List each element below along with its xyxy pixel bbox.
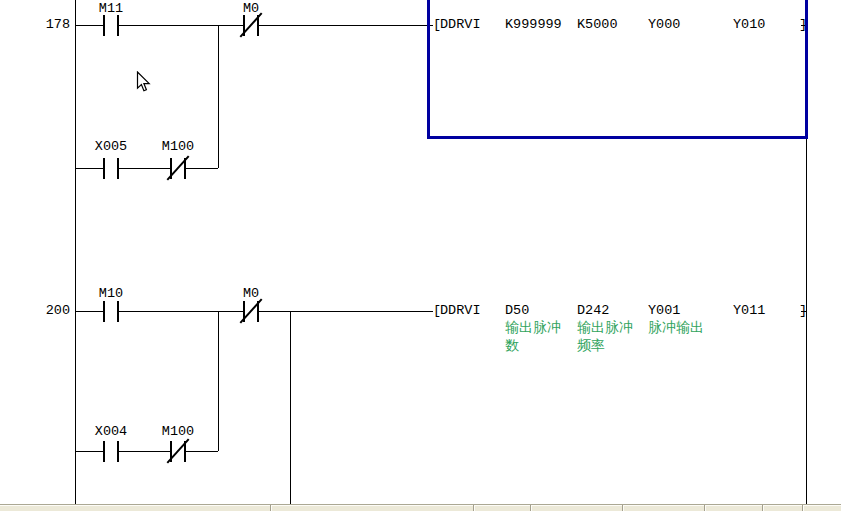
arrow-cursor-icon [136, 71, 151, 99]
status-strip-seam [622, 505, 624, 511]
status-strip [0, 504, 841, 511]
contact-bar [103, 15, 105, 36]
wire [75, 168, 218, 169]
device-comment: 输出脉冲 [505, 320, 561, 336]
contact-no-m10[interactable] [103, 301, 119, 322]
instruction-opcode[interactable]: DDRVI [440, 304, 481, 318]
instruction-operand[interactable]: D50 [505, 304, 529, 318]
contact-label: M0 [221, 2, 281, 16]
contact-bar [103, 158, 105, 179]
contact-bar [117, 441, 119, 462]
contact-label: M10 [81, 287, 141, 301]
ladder-editor-canvas: 178 M11 M0 X005 M100 [ DDRVI K999999 K50… [0, 0, 841, 511]
status-strip-seam [473, 505, 475, 511]
status-strip-seam [802, 505, 804, 511]
contact-label: X005 [81, 140, 141, 154]
contact-no-m11[interactable] [103, 15, 119, 36]
instruction-operand[interactable]: Y010 [733, 18, 765, 32]
branch-wire [218, 311, 219, 451]
status-strip-seam [704, 505, 706, 511]
contact-bar [103, 441, 105, 462]
junction-drop-wire [290, 311, 291, 504]
device-comment: 脉冲输出 [648, 320, 704, 336]
instruction-close-bracket: ] [799, 304, 807, 318]
instruction-operand[interactable]: K999999 [505, 18, 562, 32]
status-strip-seam [530, 505, 532, 511]
branch-wire [218, 25, 219, 168]
status-strip-seam [762, 505, 764, 511]
contact-no-x004[interactable] [103, 441, 119, 462]
contact-bar [117, 15, 119, 36]
instruction-operand[interactable]: Y011 [733, 304, 765, 318]
instruction-operand[interactable]: K5000 [577, 18, 618, 32]
contact-bar [117, 158, 119, 179]
instruction-close-bracket: ] [799, 18, 807, 32]
device-comment: 数 [505, 338, 519, 354]
contact-bar [103, 301, 105, 322]
step-number: 178 [28, 18, 70, 32]
contact-label: M0 [221, 287, 281, 301]
instruction-operand[interactable]: Y000 [648, 18, 680, 32]
contact-bar [117, 301, 119, 322]
contact-label: M100 [148, 425, 208, 439]
instruction-opcode[interactable]: DDRVI [440, 18, 481, 32]
status-strip-seam [270, 505, 272, 511]
device-comment: 输出脉冲 [577, 320, 633, 336]
contact-label: X004 [81, 425, 141, 439]
wire [75, 451, 218, 452]
device-comment: 频率 [577, 338, 605, 354]
instruction-operand[interactable]: Y001 [648, 304, 680, 318]
contact-no-x005[interactable] [103, 158, 119, 179]
contact-label: M100 [148, 140, 208, 154]
instruction-operand[interactable]: D242 [577, 304, 609, 318]
step-number: 200 [28, 304, 70, 318]
left-power-rail [75, 0, 76, 504]
contact-label: M11 [81, 2, 141, 16]
